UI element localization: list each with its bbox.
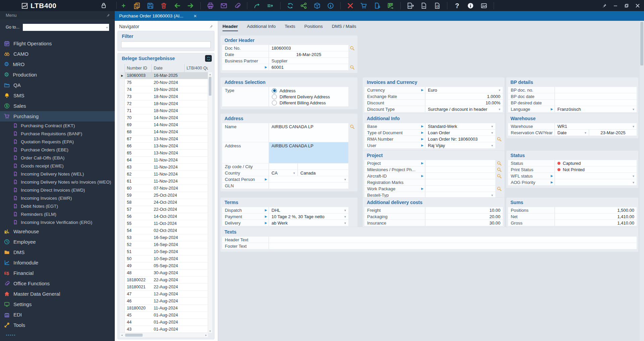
radio-different-billing-address[interactable] [272, 100, 277, 105]
table-row[interactable]: 5614-Oct-2024 [120, 213, 208, 220]
detail-arrow-icon[interactable]: ▶ [551, 181, 553, 184]
chevron-down-icon[interactable]: ▾ [585, 131, 586, 135]
sidebar-item-master-data-general[interactable]: Master Data General [0, 289, 115, 299]
table-row[interactable]: 6411-Nov-2024 [120, 157, 208, 164]
add-icon[interactable]: + [117, 0, 130, 11]
business-partner-type-field[interactable]: Supplier [269, 58, 348, 64]
table-row[interactable]: 4301-Aug-2024 [120, 326, 208, 333]
discount-field[interactable]: 10.00% [426, 100, 503, 106]
sidebar-item-settings[interactable]: Settings [0, 299, 115, 309]
close-icon[interactable] [633, 0, 642, 11]
navigate-forward-icon[interactable] [184, 0, 197, 11]
chevron-down-icon[interactable]: ▾ [633, 174, 634, 178]
detail-arrow-icon[interactable]: ▶ [551, 107, 553, 111]
sidebar-item-quotation-requests-epa[interactable]: Quotation Requests (EPA) [0, 138, 115, 146]
sidebar-item-financial[interactable]: Financial [0, 268, 115, 278]
column-date[interactable]: Date [152, 64, 185, 72]
chevron-down-icon[interactable]: ▾ [344, 208, 346, 212]
cancel-icon[interactable] [344, 0, 357, 11]
document-mail-icon[interactable] [431, 0, 444, 11]
chevron-down-icon[interactable]: ▾ [633, 125, 634, 128]
help-icon[interactable]: ? [450, 0, 464, 11]
table-row[interactable]: 5110-Sep-2024 [120, 248, 208, 255]
currency-dropdown[interactable]: Euro▾ [426, 87, 503, 93]
tab-dms-mails[interactable]: DMS / Mails [332, 24, 356, 31]
sidebar-item-incoming-direct-invoices-ewd[interactable]: Incoming Direct Invoices (EWD) [0, 186, 115, 194]
detail-arrow-icon[interactable]: ▶ [421, 131, 424, 134]
reservation-mode-dropdown[interactable]: Date▾ [555, 130, 589, 136]
table-row[interactable]: 4501-Aug-2024 [120, 312, 208, 319]
radio-different-delivery-address[interactable] [272, 94, 277, 99]
work-package-field[interactable] [426, 186, 495, 192]
attachment-icon[interactable] [231, 0, 244, 11]
detail-arrow-icon[interactable]: ▶ [421, 125, 424, 128]
chevron-down-icon[interactable]: ▾ [491, 125, 493, 128]
table-row[interactable]: 6914-Nov-2024 [120, 121, 208, 129]
bp-doc-date-field[interactable] [555, 93, 637, 99]
table-row[interactable]: 1818002011-Aug-2024 [120, 305, 208, 312]
image-icon[interactable] [477, 0, 491, 11]
scroll-right-icon[interactable]: ▸ [204, 333, 208, 337]
search-icon[interactable] [497, 174, 502, 179]
send-icon[interactable] [264, 0, 277, 11]
freight-field[interactable]: 10.00 [426, 207, 503, 213]
date-field[interactable]: 16-Mar-2025 [269, 51, 348, 57]
table-row[interactable]: ▶1806000316-Mar-2025 [120, 72, 208, 79]
detail-arrow-icon[interactable]: ▶ [421, 187, 424, 190]
address-field[interactable]: AIRBUS CANADA LP [269, 142, 348, 163]
sidebar-item-qa[interactable]: QA [0, 80, 115, 90]
sidebar-item-purchase-requisitions-banf[interactable]: Purchase Requisitions (BANF) [0, 130, 115, 138]
contact-person-dropdown[interactable]: ▾ [269, 176, 348, 182]
gln-field[interactable] [269, 183, 348, 189]
refresh-icon[interactable] [284, 0, 297, 11]
table-row[interactable]: 5824-Oct-2024 [120, 199, 208, 206]
chevron-down-icon[interactable]: ▾ [491, 144, 493, 147]
table-row[interactable]: 7419-Nov-2024 [120, 86, 208, 93]
scrollbar-thumb[interactable] [640, 22, 643, 65]
chevron-down-icon[interactable]: ▾ [491, 193, 493, 197]
warehouse-dropdown[interactable]: WR1▾ [555, 123, 637, 129]
detail-arrow-icon[interactable]: ▶ [265, 215, 267, 218]
scrollbar-thumb[interactable] [209, 77, 211, 96]
email-icon[interactable] [217, 0, 231, 11]
table-row[interactable]: 5010-Sep-2024 [120, 255, 208, 262]
menu-overflow-indicator[interactable]: ••••• [0, 330, 115, 337]
table-row[interactable]: 6007-Nov-2024 [120, 185, 208, 192]
detail-arrow-icon[interactable]: ▶ [265, 178, 267, 181]
restore-icon[interactable] [622, 0, 631, 11]
table-row[interactable]: 4612-Aug-2024 [120, 298, 208, 305]
delivery-dropdown[interactable]: ab Werk▾ [269, 220, 348, 226]
sidebar-item-purchasing[interactable]: Purchasing [0, 111, 115, 121]
scroll-left-icon[interactable]: ◂ [120, 333, 124, 337]
edi-export-icon[interactable] [404, 0, 417, 11]
sidebar-item-debit-notes-egt[interactable]: Debit Notes (EGT) [0, 202, 115, 210]
copy-icon[interactable] [130, 0, 144, 11]
sidebar-item-warehouse[interactable]: Warehouse [0, 226, 115, 237]
table-row[interactable]: 7118-Nov-2024 [120, 107, 208, 114]
type-of-document-dropdown[interactable]: Loan Order▾ [426, 130, 495, 136]
chevron-down-icon[interactable]: ▾ [344, 178, 346, 181]
detail-arrow-icon[interactable]: ▶ [421, 144, 424, 147]
table-row[interactable]: 1818002222-Aug-2024 [120, 277, 208, 284]
sidebar-item-edi[interactable]: EDI [0, 309, 115, 320]
detail-arrow-icon[interactable]: ▶ [265, 208, 267, 212]
cart-icon[interactable] [357, 0, 370, 11]
pin-icon[interactable] [600, 0, 609, 11]
column-number-id[interactable]: Number ID [125, 64, 152, 72]
detail-arrow-icon[interactable]: ▶ [421, 174, 424, 178]
pin-icon[interactable] [209, 25, 213, 29]
vertical-scrollbar[interactable]: ▴ ▾ [208, 72, 212, 333]
chevron-down-icon[interactable]: ▾ [491, 131, 493, 135]
table-row[interactable]: 5402-Oct-2024 [120, 227, 208, 234]
search-icon[interactable] [497, 186, 502, 191]
doc-no-field[interactable]: 18060003 [269, 45, 348, 51]
table-row[interactable]: 5316-Sep-2024 [120, 234, 208, 241]
sidebar-item-reminders-elm[interactable]: Reminders (ELM) [0, 210, 115, 218]
payment-dropdown[interactable]: 10 Tage 2 %, 30 Tage netto▾ [269, 213, 348, 220]
search-icon[interactable] [497, 167, 502, 172]
project-field[interactable] [426, 160, 495, 166]
tab-texts[interactable]: Texts [285, 24, 295, 31]
bp-desired-date-field[interactable] [555, 100, 637, 106]
refresh-results-icon[interactable] [205, 55, 212, 62]
detail-arrow-icon[interactable]: ▶ [421, 88, 424, 92]
